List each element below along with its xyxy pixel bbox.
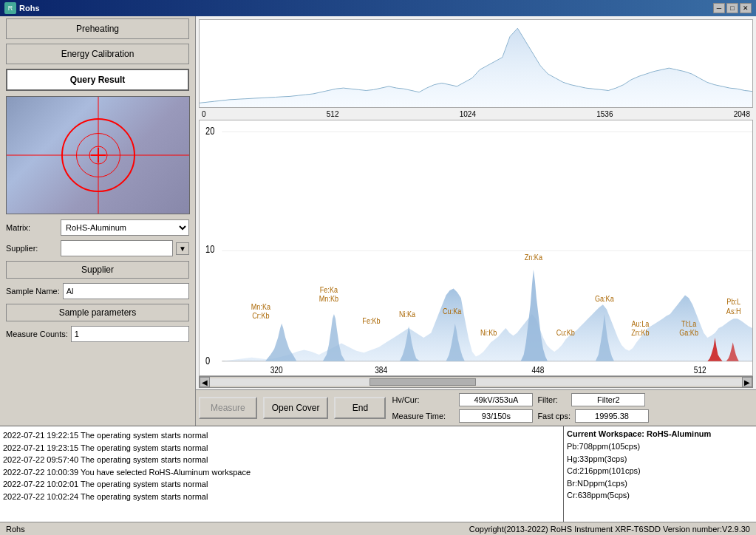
results-entry: Br:NDppm(1cps) [567,477,753,490]
svg-text:10: 10 [205,244,214,256]
title-bar: R Rohs ─ □ ✕ [0,0,756,16]
sample-name-label: Sample Name: [6,287,60,296]
supplier-dropdown-icon[interactable]: ▼ [176,242,189,255]
svg-text:Cu:Ka: Cu:Ka [443,307,461,316]
results-entry: Cd:216ppm(101cps) [567,465,753,477]
svg-text:448: 448 [531,365,544,375]
fast-cps-label: Fast cps: [537,412,571,420]
right-panel: 0 512 1024 1536 2048 [196,16,756,426]
bottom-area: 2022-07-21 19:22:15 The operating system… [0,426,756,522]
svg-text:0: 0 [205,355,210,367]
x-label-2048: 2048 [734,110,750,118]
controls-row: Measure Open Cover End Hv/Cur: 49kV/353u… [196,389,756,426]
app-icon: R [4,2,16,14]
x-label-512: 512 [327,110,339,118]
x-label-1024: 1024 [460,110,476,118]
svg-text:Mn:Kb: Mn:Kb [319,294,338,303]
x-label-0: 0 [202,110,206,118]
log-entry: 2022-07-22 10:02:24 The operating system… [3,491,560,503]
preheating-button[interactable]: Preheating [6,18,189,39]
scrollbar-thumb[interactable] [370,378,476,386]
svg-text:Fe:Kb: Fe:Kb [362,316,380,325]
log-entry: 2022-07-22 10:00:39 You have selected Ro… [3,466,560,479]
overview-chart [199,19,753,108]
open-cover-button[interactable]: Open Cover [263,397,329,419]
hv-section: Hv/Cur: 49kV/353uA Filter: Filter2 Measu… [392,393,649,423]
log-panel: 2022-07-21 19:22:15 The operating system… [0,426,564,522]
svg-text:Zn:Ka: Zn:Ka [525,253,542,262]
minimize-button[interactable]: ─ [713,3,725,13]
x-label-1536: 1536 [596,110,613,118]
scrollbar-track[interactable] [210,378,742,386]
log-entry: 2022-07-22 09:57:40 The operating system… [3,454,560,466]
close-button[interactable]: ✕ [740,3,752,13]
main-chart: 20 10 0 [199,120,753,376]
title-bar-controls: ─ □ ✕ [713,3,752,13]
fast-cps-value: 19995.38 [575,409,649,423]
log-entry: 2022-07-21 19:23:15 The operating system… [3,442,560,454]
scrollbar-right-btn[interactable]: ▶ [742,377,752,387]
results-entry: Pb:708ppm(105cps) [567,440,753,453]
overview-xaxis: 0 512 1024 1536 2048 [199,108,753,120]
query-result-button[interactable]: Query Result [6,69,189,91]
svg-text:384: 384 [375,365,387,375]
left-panel: Preheating Energy Calibration Query Resu… [0,16,196,426]
end-button[interactable]: End [334,397,386,419]
svg-text:Fe:Ka: Fe:Ka [320,285,338,294]
measure-time-value: 93/150s [459,409,533,423]
sample-params-button[interactable]: Sample parameters [6,304,189,321]
measure-time-label: Measure Time: [392,412,454,420]
maximize-button[interactable]: □ [726,3,738,13]
svg-text:Ni:Kb: Ni:Kb [480,328,497,337]
scrollbar-left-btn[interactable]: ◀ [200,377,210,387]
results-panel: Current Workspace: RoHS-Aluminum Pb:708p… [564,426,756,522]
svg-text:Zn:Kb: Zn:Kb [631,328,649,337]
measure-counts-input[interactable] [71,326,189,342]
supplier-row: Supplier: ▼ [6,240,189,256]
status-left: Rohs [6,525,25,534]
results-entry: Cr:638ppm(5cps) [567,489,753,502]
svg-text:Cu:Kb: Cu:Kb [556,328,575,337]
supplier-input[interactable] [61,240,173,256]
results-title: Current Workspace: RoHS-Aluminum [567,429,753,438]
results-entry: Hg:33ppm(3cps) [567,453,753,466]
svg-text:320: 320 [270,365,283,375]
hv-cur-value: 49kV/353uA [459,393,533,406]
svg-text:Mn:Ka: Mn:Ka [251,302,270,311]
energy-calib-button[interactable]: Energy Calibration [6,44,189,64]
matrix-select[interactable]: RoHS-Aluminum RoHS-Standard [61,219,189,236]
filter-value: Filter2 [571,393,645,406]
svg-text:512: 512 [694,365,706,375]
supplier-button[interactable]: Supplier [6,261,189,279]
status-bar: Rohs Copyright(2013-2022) RoHS Instrumen… [0,522,756,535]
sample-name-row: Sample Name: [6,283,189,299]
supplier-label: Supplier: [6,244,58,253]
sample-name-input[interactable] [63,283,189,299]
svg-text:Ga:Ka: Ga:Ka [595,294,614,303]
svg-text:Ni:Ka: Ni:Ka [399,310,415,318]
status-right: Copyright(2013-2022) RoHS Instrument XRF… [469,525,750,534]
svg-text:Cr:Kb: Cr:Kb [252,311,269,320]
svg-text:Tl:La: Tl:La [681,319,696,328]
matrix-row: Matrix: RoHS-Aluminum RoHS-Standard [6,219,189,236]
svg-text:As:H: As:H [726,307,741,316]
log-entry: 2022-07-21 19:22:15 The operating system… [3,429,560,442]
camera-view [6,96,190,214]
filter-label: Filter: [537,395,567,404]
chart-scrollbar[interactable]: ◀ ▶ [199,376,753,388]
measure-counts-row: Measure Counts: [6,326,189,342]
svg-text:20: 20 [205,126,214,137]
measure-counts-label: Measure Counts: [6,330,68,338]
hv-cur-label: Hv/Cur: [392,395,454,404]
svg-text:Au:La: Au:La [631,319,649,328]
measure-button[interactable]: Measure [199,397,257,419]
svg-text:Pb:L: Pb:L [726,297,740,306]
svg-text:Ga:Kb: Ga:Kb [679,328,698,337]
log-entry: 2022-07-22 10:02:01 The operating system… [3,478,560,491]
title-bar-title: Rohs [19,4,40,13]
matrix-label: Matrix: [6,223,58,232]
